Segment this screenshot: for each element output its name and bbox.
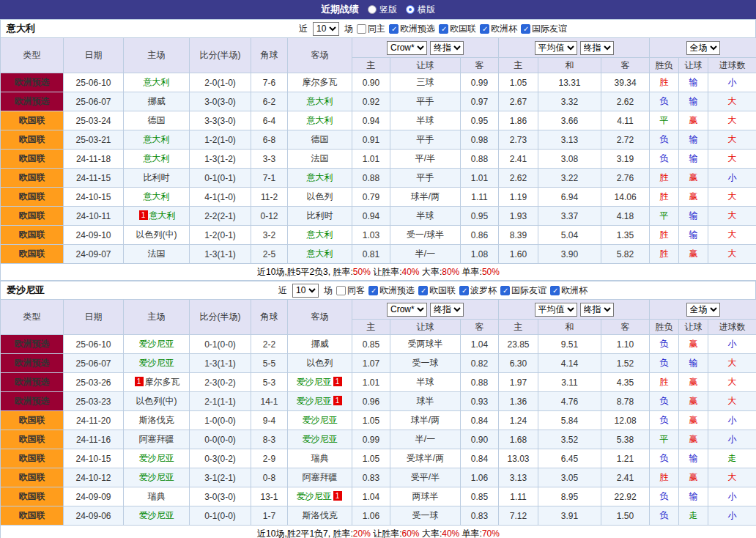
match-count-select[interactable]: 10 [313,22,339,36]
away-team[interactable]: 意大利 [288,245,352,264]
radio-selected-icon[interactable] [406,5,415,14]
bookmaker-select[interactable]: Crow* [387,41,427,55]
scope-select[interactable]: 全场 [686,303,720,317]
checkbox-icon[interactable] [500,286,510,295]
away-team[interactable]: 以色列 [288,188,352,207]
filter-checkbox-4[interactable]: 国际友谊 [521,23,567,35]
away-team[interactable]: 摩尔多瓦 [288,73,352,92]
away-team[interactable]: 意大利 [288,169,352,188]
match-row[interactable]: 欧洲预选25-03-261摩尔多瓦2-3(0-2)5-3爱沙尼亚11.01半球0… [1,373,756,392]
checkbox-icon[interactable] [418,286,428,295]
home-team[interactable]: 爱沙尼亚 [124,468,190,487]
home-team[interactable]: 爱沙尼亚 [124,335,190,354]
home-team[interactable]: 意大利 [124,130,190,150]
away-team[interactable]: 意大利 [288,226,352,245]
home-team[interactable]: 意大利 [124,150,190,169]
filter-checkbox-1[interactable]: 欧洲预选 [368,284,415,297]
match-row[interactable]: 欧洲预选25-06-07爱沙尼亚1-3(1-1)5-5以色列1.07受一球0.8… [1,354,756,373]
match-row[interactable]: 欧国联24-10-15意大利4-1(1-0)11-2以色列0.79球半/两1.1… [1,188,756,207]
checkbox-icon[interactable] [336,286,346,295]
layout-horizontal-option[interactable]: 横版 [406,4,435,16]
home-team[interactable]: 阿塞拜疆 [124,430,190,449]
away-team[interactable]: 比利时 [288,207,352,226]
away-team[interactable]: 阿塞拜疆 [288,468,352,487]
filter-checkbox-4[interactable]: 国际友谊 [500,284,546,297]
filter-checkbox-3[interactable]: 欧洲杯 [480,23,517,35]
home-team[interactable]: 爱沙尼亚 [124,354,190,373]
away-team[interactable]: 意大利 [288,111,352,130]
odds-stage-select[interactable]: 终指 [430,41,464,55]
filter-checkbox-0[interactable]: 同主 [357,23,385,35]
checkbox-icon[interactable] [357,24,366,34]
home-team[interactable]: 德国 [124,111,190,130]
checkbox-icon[interactable] [550,286,560,295]
match-row[interactable]: 欧国联24-09-07法国1-3(1-1)2-5意大利0.81半/一1.081.… [1,245,756,264]
home-team[interactable]: 爱沙尼亚 [124,506,190,526]
match-row[interactable]: 欧国联24-10-12爱沙尼亚3-1(2-1)0-8阿塞拜疆0.83受平/半1.… [1,468,756,487]
home-team[interactable]: 意大利 [124,188,190,207]
match-row[interactable]: 欧国联24-09-06爱沙尼亚0-1(0-0)1-7斯洛伐克1.06受一球0.8… [1,506,756,526]
away-team[interactable]: 爱沙尼亚1 [288,392,352,411]
home-team[interactable]: 意大利 [124,73,190,92]
home-team[interactable]: 挪威 [124,92,190,111]
away-team[interactable]: 斯洛伐克 [288,506,352,526]
match-row[interactable]: 欧国联24-11-18意大利1-3(1-2)3-3法国1.01平/半0.882.… [1,150,756,169]
checkbox-icon[interactable] [480,24,489,34]
match-row[interactable]: 欧国联24-10-111意大利2-2(2-1)0-12比利时0.94半球0.95… [1,207,756,226]
filter-checkbox-1[interactable]: 欧洲预选 [389,23,435,35]
filter-checkbox-3[interactable]: 波罗杯 [459,284,497,297]
checkbox-icon[interactable] [521,24,530,34]
away-team[interactable]: 爱沙尼亚 [288,430,352,449]
checkbox-icon[interactable] [439,24,448,34]
avg-select[interactable]: 平均值 [535,41,577,55]
match-row[interactable]: 欧国联24-10-15爱沙尼亚0-3(0-2)2-9瑞典1.05受球半/两0.8… [1,449,756,468]
match-row[interactable]: 欧国联25-03-21意大利1-2(1-0)6-8德国0.91平手0.982.7… [1,130,756,150]
avg-select[interactable]: 平均值 [535,303,577,317]
home-team[interactable]: 法国 [124,245,190,264]
match-row[interactable]: 欧国联24-11-16阿塞拜疆0-0(0-0)8-3爱沙尼亚0.99半/一0.9… [1,430,756,449]
match-row[interactable]: 欧国联25-03-24德国3-3(3-0)6-4意大利0.94半球0.951.8… [1,111,756,130]
match-row[interactable]: 欧洲预选25-03-23以色列(中)2-1(1-1)14-1爱沙尼亚10.96球… [1,392,756,411]
match-row[interactable]: 欧国联24-11-20斯洛伐克1-0(0-0)9-4爱沙尼亚1.05球半/两0.… [1,411,756,430]
match-row[interactable]: 欧洲预选25-06-07挪威3-0(3-0)6-2意大利0.92平手0.972.… [1,92,756,111]
radio-unselected-icon[interactable] [368,5,377,14]
odds-stage-select[interactable]: 终指 [430,303,464,317]
away-team[interactable]: 瑞典 [288,449,352,468]
layout-vertical-option[interactable]: 竖版 [368,4,397,16]
filter-checkbox-2[interactable]: 欧国联 [439,23,476,35]
home-team[interactable]: 瑞典 [124,487,190,506]
result-handicap: 赢 [679,188,708,207]
home-team[interactable]: 1意大利 [124,207,190,226]
away-team[interactable]: 挪威 [288,335,352,354]
home-team[interactable]: 斯洛伐克 [124,411,190,430]
avg-stage-select[interactable]: 终指 [580,303,614,317]
away-team[interactable]: 爱沙尼亚1 [288,373,352,392]
away-team[interactable]: 爱沙尼亚1 [288,487,352,506]
avg-stage-select[interactable]: 终指 [580,41,614,55]
away-team[interactable]: 意大利 [288,92,352,111]
home-team[interactable]: 1摩尔多瓦 [124,373,190,392]
match-row[interactable]: 欧国联24-09-10以色列(中)1-2(0-1)3-2意大利1.03受一/球半… [1,226,756,245]
home-team[interactable]: 比利时 [124,169,190,188]
home-team[interactable]: 以色列(中) [124,226,190,245]
away-team[interactable]: 法国 [288,150,352,169]
away-team[interactable]: 爱沙尼亚 [288,411,352,430]
checkbox-icon[interactable] [368,286,378,295]
match-row[interactable]: 欧洲预选25-06-10意大利2-0(1-0)7-6摩尔多瓦0.90三球0.99… [1,73,756,92]
handicap-line: 受一球 [390,506,461,526]
away-team[interactable]: 德国 [288,130,352,150]
checkbox-icon[interactable] [459,286,469,295]
bookmaker-select[interactable]: Crow* [387,303,427,317]
checkbox-icon[interactable] [389,24,399,34]
filter-checkbox-5[interactable]: 欧洲杯 [550,284,588,297]
match-count-select[interactable]: 10 [292,284,319,298]
filter-checkbox-2[interactable]: 欧国联 [418,284,456,297]
home-team[interactable]: 爱沙尼亚 [124,449,190,468]
match-row[interactable]: 欧洲预选25-06-10爱沙尼亚0-1(0-0)2-2挪威0.85受两球半1.0… [1,335,756,354]
match-row[interactable]: 欧国联24-09-09瑞典3-0(3-0)13-1爱沙尼亚11.04两球半0.8… [1,487,756,506]
home-team[interactable]: 以色列(中) [124,392,190,411]
away-team[interactable]: 以色列 [288,354,352,373]
match-row[interactable]: 欧国联24-11-15比利时0-1(0-1)7-1意大利0.88平手1.012.… [1,169,756,188]
scope-select[interactable]: 全场 [686,41,720,55]
filter-checkbox-0[interactable]: 同客 [336,284,365,297]
